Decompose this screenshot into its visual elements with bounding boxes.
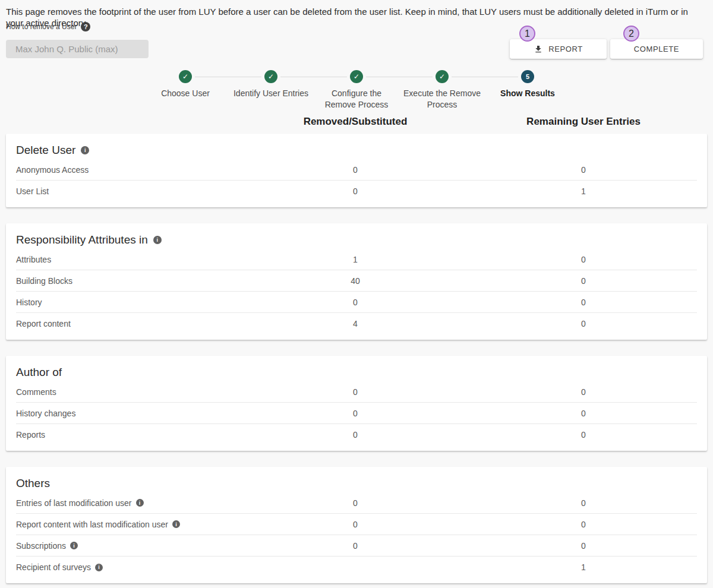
row-label: Building Blocks [16, 276, 72, 286]
section-title: Responsibility Attributes in [16, 233, 148, 246]
row-label: Comments [16, 387, 56, 397]
info-icon[interactable]: i [95, 564, 103, 571]
row-label: Subscriptions [16, 541, 66, 551]
column-header-remaining: Remaining User Entries [526, 116, 641, 128]
remaining-value: 0 [581, 255, 586, 264]
complete-button-label: COMPLETE [634, 45, 679, 53]
row-label: History [16, 298, 42, 307]
row-label: Anonymous Access [16, 165, 89, 175]
table-row: History changes00 [16, 403, 697, 424]
table-row: Subscriptionsi00 [16, 535, 697, 557]
remaining-value: 1 [581, 562, 586, 572]
annotation-badge-2: 2 [623, 26, 639, 42]
section-header: Delete Useri [16, 141, 697, 159]
download-icon [534, 45, 543, 54]
info-icon[interactable]: i [81, 146, 89, 154]
removed-value: 0 [353, 186, 358, 196]
remaining-value: 0 [581, 409, 586, 418]
row-label: User List [16, 186, 49, 196]
removed-value: 0 [353, 165, 358, 175]
complete-button[interactable]: COMPLETE [610, 39, 703, 59]
section-title: Others [16, 477, 50, 490]
remaining-value: 0 [581, 276, 586, 286]
row-label: Attributes [16, 255, 51, 264]
step-label: Show Results [500, 88, 555, 99]
section-header: Responsibility Attributes ini [16, 231, 697, 249]
section-header: Others [16, 475, 697, 492]
section-title: Author of [16, 366, 62, 379]
row-label: Report content [16, 319, 71, 328]
removed-value: 0 [353, 430, 358, 440]
remaining-value: 0 [581, 520, 586, 529]
remaining-value: 0 [581, 541, 586, 551]
table-row: Anonymous Access00 [16, 159, 697, 181]
removed-value: 0 [353, 520, 358, 529]
report-button[interactable]: REPORT [510, 39, 607, 59]
info-icon[interactable]: i [70, 542, 78, 549]
info-icon[interactable]: i [172, 520, 180, 528]
section-title: Delete User [16, 144, 75, 157]
report-button-label: REPORT [548, 45, 583, 53]
step-label: Configure the Remove Process [325, 88, 389, 110]
table-row: History00 [16, 292, 697, 313]
removed-value: 0 [353, 541, 358, 551]
removed-value: 40 [351, 276, 360, 286]
remaining-value: 0 [581, 298, 586, 307]
step-check-icon: ✓ [179, 70, 192, 83]
stepper: ✓Choose User✓Identify User Entries✓Confi… [143, 70, 570, 110]
removed-value: 0 [353, 409, 358, 418]
table-row: Attributes10 [16, 249, 697, 270]
section-card-responsibility-attributes: Responsibility Attributes iniAttributes1… [6, 223, 707, 340]
removed-value: 0 [353, 387, 358, 397]
step-label: Execute the Remove Process [403, 88, 481, 110]
row-label: Report content with last modification us… [16, 520, 168, 529]
remaining-value: 1 [581, 186, 586, 196]
row-label: Reports [16, 430, 45, 440]
table-row: Reports00 [16, 424, 697, 445]
stepper-step-5[interactable]: 5Show Results [485, 70, 570, 110]
column-header-removed: Removed/Substituted [304, 116, 408, 128]
remaining-value: 0 [581, 165, 586, 175]
table-row: User List01 [16, 181, 697, 202]
annotation-badge-1: 1 [519, 26, 535, 42]
removed-value: 0 [353, 498, 358, 508]
help-link[interactable]: How to remove a User [6, 23, 77, 31]
section-card-author-of: Author ofComments00History changes00Repo… [6, 356, 707, 451]
removed-value: 0 [353, 298, 358, 307]
step-label: Identify User Entries [234, 88, 308, 99]
row-label: Entries of last modification user [16, 498, 132, 508]
row-label: History changes [16, 409, 75, 418]
table-row: Report content with last modification us… [16, 514, 697, 535]
table-row: Entries of last modification useri00 [16, 492, 697, 514]
section-card-others: OthersEntries of last modification useri… [6, 467, 707, 583]
table-row: Comments00 [16, 381, 697, 403]
step-check-icon: ✓ [264, 70, 277, 83]
step-number-badge: 5 [521, 70, 534, 83]
section-header: Author of [16, 363, 697, 381]
table-row: Report content40 [16, 313, 697, 334]
remaining-value: 0 [581, 498, 586, 508]
result-sections: Delete UseriAnonymous Access00User List0… [6, 134, 707, 583]
step-label: Choose User [161, 88, 210, 99]
table-row: Recipient of surveysi1 [16, 557, 697, 578]
row-label: Recipient of surveys [16, 562, 91, 572]
intro-text: This page removes the footprint of the u… [6, 6, 707, 29]
removed-value: 4 [353, 319, 358, 328]
info-icon[interactable]: i [136, 499, 144, 507]
remaining-value: 0 [581, 387, 586, 397]
table-row: Building Blocks400 [16, 270, 697, 292]
section-card-delete-user: Delete UseriAnonymous Access00User List0… [6, 134, 707, 207]
remaining-value: 0 [581, 430, 586, 440]
remove-user-page: This page removes the footprint of the u… [0, 0, 713, 588]
step-check-icon: ✓ [350, 70, 363, 83]
selected-user-field [6, 40, 149, 58]
step-check-icon: ✓ [436, 70, 449, 83]
remaining-value: 0 [581, 319, 586, 328]
removed-value: 1 [353, 255, 358, 264]
info-icon[interactable]: i [153, 236, 162, 244]
help-row: How to remove a User ? [6, 22, 90, 31]
question-mark-icon[interactable]: ? [81, 22, 90, 31]
